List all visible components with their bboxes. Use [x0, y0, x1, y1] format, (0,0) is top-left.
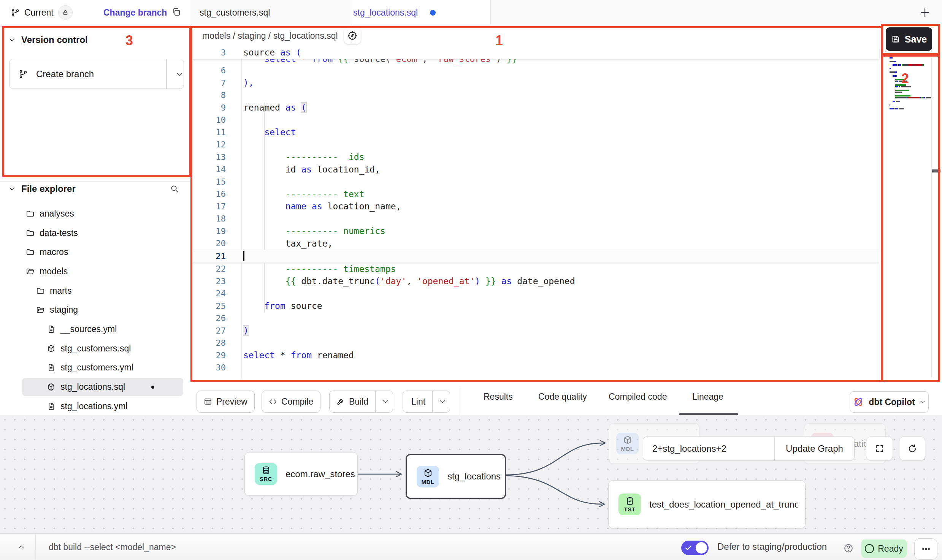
code-line[interactable]: 23 {{ dbt.date_trunc('day', 'opened_at')…	[191, 275, 879, 288]
update-graph-button[interactable]: Update Graph	[774, 437, 854, 460]
lineage-node-test[interactable]: TST test_does_location_opened_at_trunc_t…	[608, 480, 806, 528]
minimap-line	[890, 86, 911, 88]
code-line[interactable]: 13 ---------- ids	[191, 151, 879, 163]
code-line[interactable]: select * from {{ source('ecom', 'raw_sto…	[191, 59, 879, 65]
file-explorer-item[interactable]: staging	[0, 300, 190, 320]
more-options-button[interactable]	[914, 538, 937, 560]
file-explorer-item[interactable]: marts	[0, 281, 190, 301]
code-token: ---------- text	[285, 189, 365, 199]
code-line[interactable]: 27)	[191, 324, 879, 337]
file-explorer-header[interactable]: File explorer	[0, 180, 190, 198]
code-line[interactable]: 16 ---------- text	[191, 188, 879, 201]
code-token: ---------- timestamps	[285, 264, 396, 274]
code-line[interactable]: 8	[191, 89, 879, 102]
command-bar-expand[interactable]	[7, 534, 36, 560]
tab-stg-customers-sql[interactable]: stg_customers.sql	[200, 0, 270, 25]
current-branch-widget[interactable]: Current	[11, 0, 73, 25]
tab-stg-locations-sql[interactable]: stg_locations.sql	[353, 0, 436, 25]
minimap[interactable]	[879, 25, 931, 378]
command-input[interactable]: dbt build --select <model_name>	[49, 534, 176, 560]
file-explorer-item[interactable]: stg_locations.sql	[0, 377, 190, 397]
code-line[interactable]: 28	[191, 337, 879, 350]
code-line[interactable]: 25 from source	[191, 300, 879, 312]
lineage-node-stg-locations[interactable]: MDL stg_locations	[406, 454, 506, 499]
code-editor[interactable]: models / staging / stg_locations.sql 3so…	[191, 25, 879, 378]
code-token: as	[501, 276, 512, 286]
file-explorer-item[interactable]: __sources.yml	[0, 320, 190, 339]
model-badge: MDL	[417, 466, 439, 487]
compile-button[interactable]: Compile	[262, 391, 320, 413]
search-icon[interactable]	[170, 184, 179, 193]
tab-code-quality[interactable]: Code quality	[538, 378, 587, 415]
scrollbar-thumb[interactable]	[932, 169, 940, 172]
line-number: 21	[191, 252, 241, 261]
code-line[interactable]: 11 select	[191, 126, 879, 139]
build-dropdown[interactable]	[376, 391, 393, 412]
version-control-header[interactable]: Version control	[0, 31, 190, 49]
code-line[interactable]: 19 ---------- numerics	[191, 225, 879, 237]
change-branch-link[interactable]: Change branch	[103, 0, 167, 25]
branch-lock-badge	[58, 5, 73, 20]
file-explorer-item[interactable]: analyses	[0, 204, 190, 223]
line-number: 25	[191, 301, 241, 311]
code-line[interactable]: 3source as (	[191, 46, 879, 59]
code-line[interactable]: 14 id as location_id,	[191, 163, 879, 176]
code-line[interactable]: 12	[191, 139, 879, 151]
code-line[interactable]: 20 tax_rate,	[191, 237, 879, 250]
code-line[interactable]: 18	[191, 213, 879, 225]
code-line[interactable]: 29select * from renamed	[191, 349, 879, 362]
new-tab-button[interactable]	[917, 5, 933, 21]
code-line[interactable]: 30	[191, 362, 879, 374]
editor-breadcrumb-row: models / staging / stg_locations.sql	[191, 25, 879, 46]
lineage-node-ecom-raw-stores[interactable]: SRC ecom.raw_stores	[244, 452, 358, 496]
top-bar: Current Change branch stg_customers.sql …	[0, 0, 942, 25]
code-line[interactable]: 26	[191, 312, 879, 325]
file-explorer-item[interactable]: stg_customers.yml	[0, 358, 190, 378]
file-explorer-item[interactable]: stg_locations.yml	[0, 397, 190, 416]
code-line[interactable]: 17 name as location_name,	[191, 200, 879, 213]
copilot-compass-button[interactable]	[344, 27, 361, 44]
create-branch-button[interactable]: Create branch	[9, 59, 184, 89]
code-line[interactable]: 9renamed as (	[191, 101, 879, 114]
preview-button[interactable]: Preview	[197, 391, 255, 413]
lock-icon	[62, 9, 68, 16]
code-line[interactable]: 10	[191, 114, 879, 127]
code-area[interactable]: 3source as ( select * from {{ source('ec…	[191, 46, 879, 378]
defer-toggle[interactable]	[681, 541, 709, 555]
lint-dropdown[interactable]	[433, 391, 450, 412]
tab-results[interactable]: Results	[484, 378, 513, 415]
minimap-line	[890, 79, 906, 81]
file-explorer-item[interactable]: data-tests	[0, 223, 190, 243]
tab-compiled-code[interactable]: Compiled code	[609, 378, 667, 415]
code-line[interactable]: 22 ---------- timestamps	[191, 263, 879, 275]
line-number: 24	[191, 289, 241, 298]
build-button[interactable]: Build	[329, 391, 393, 413]
ready-status-badge[interactable]: Ready	[861, 539, 907, 558]
help-icon[interactable]	[844, 543, 853, 553]
create-branch-dropdown[interactable]	[171, 59, 188, 89]
minimap-line	[890, 92, 902, 93]
code-line[interactable]: 7),	[191, 77, 879, 89]
lineage-canvas[interactable]: MDL locations locations SRC ecom.raw_sto…	[0, 415, 942, 533]
tab-lineage[interactable]: Lineage	[692, 378, 723, 415]
code-line[interactable]: 15	[191, 176, 879, 188]
file-explorer-item[interactable]: models	[0, 262, 190, 281]
file-explorer-item[interactable]: stg_customers.sql	[0, 339, 190, 358]
tab-label: Code quality	[538, 392, 587, 402]
fullscreen-button[interactable]	[866, 437, 893, 460]
modified-dot-icon	[151, 386, 154, 389]
file-explorer-item[interactable]: macros	[0, 242, 190, 262]
cube-icon	[623, 435, 633, 445]
minimap-line	[890, 97, 934, 99]
lineage-selector-input[interactable]: 2+stg_locations+2	[643, 443, 774, 454]
code-line[interactable]: 21	[191, 250, 879, 263]
plus-icon	[919, 7, 931, 18]
save-button[interactable]: Save	[886, 27, 932, 51]
code-line[interactable]: 6	[191, 65, 879, 77]
code-line[interactable]: 24	[191, 288, 879, 300]
code-token: from	[312, 59, 333, 64]
refresh-button[interactable]	[899, 437, 925, 460]
copy-icon[interactable]	[172, 7, 181, 16]
lint-button[interactable]: Lint	[403, 391, 450, 413]
dbt-copilot-button[interactable]: dbt Copilot	[850, 391, 929, 413]
